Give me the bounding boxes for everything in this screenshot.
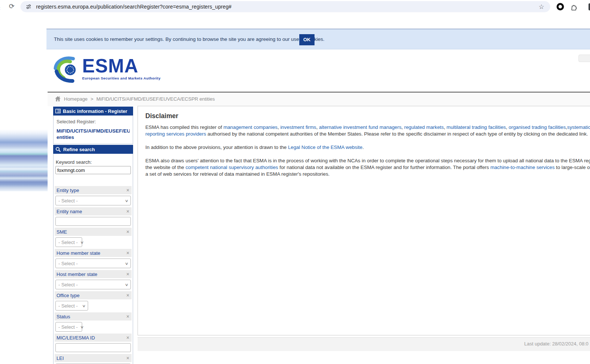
filter-header[interactable]: LEI×	[55, 354, 132, 362]
filter-clear-icon[interactable]: ×	[126, 229, 129, 234]
chevron-down-icon: ∨	[80, 240, 84, 244]
filter-clear-icon[interactable]: ×	[126, 272, 129, 277]
keyword-search-input[interactable]	[55, 166, 131, 174]
select-value: - Select -	[58, 282, 78, 287]
filter-body: - Select -∨	[54, 299, 133, 312]
filter-label: Entity name	[57, 209, 82, 214]
breadcrumb: Homepage > MiFID/UCITS/AIFMD/EUSEF/EUVEC…	[48, 92, 590, 106]
select-value: - Select -	[58, 240, 78, 245]
text-segment: to large-scale organisations, exposing	[555, 165, 590, 170]
disclaimer-link[interactable]: alternative investment fund managers	[319, 124, 402, 130]
filter-label: Host member state	[57, 272, 97, 277]
esma-logo[interactable]: ESMA European Securities and Markets Aut…	[52, 56, 161, 84]
url-bar[interactable]: registers.esma.europa.eu/publication/sea…	[20, 1, 550, 12]
disclaimer-link[interactable]: investment firms	[280, 124, 316, 130]
disclaimer-paragraphs: ESMA has compiled this register of manag…	[145, 124, 590, 178]
filter-label: Status	[57, 314, 70, 319]
text-segment: ,	[444, 124, 446, 130]
back-icon[interactable]: ‹	[0, 5, 0, 11]
cookie-text: This site uses cookies to remember your …	[54, 36, 325, 42]
window-edge-icon	[589, 3, 590, 10]
browser-toolbar: ‹ ⟳ registers.esma.europa.eu/publication…	[0, 0, 590, 14]
text-segment: ,	[278, 124, 280, 130]
filter-clear-icon[interactable]: ×	[126, 293, 129, 298]
sidebar: Basic information - Register Selected Re…	[53, 107, 133, 364]
filter-select[interactable]: - Select -∨	[55, 259, 131, 268]
selected-register-label: Selected Register:	[57, 119, 130, 124]
paragraph: In addition to the above provisions, you…	[145, 144, 590, 151]
filter-label: Office type	[57, 293, 80, 298]
disclaimer-link[interactable]: organised trading facilities	[509, 124, 566, 130]
disclaimer-link[interactable]: multilateral trading facilities	[446, 124, 506, 130]
filter-body: - Select -∨	[54, 257, 133, 269]
text-segment: ESMA also draws users' attention to the …	[145, 158, 590, 163]
paragraph: ESMA also draws users' attention to the …	[145, 157, 590, 178]
filter-group: Home member state×- Select -∨	[54, 249, 133, 269]
filter-header[interactable]: SME×	[55, 228, 132, 236]
select-value: - Select -	[58, 198, 78, 204]
text-segment: a set of web services for retrieval of d…	[145, 171, 329, 177]
text-segment: In addition to the above provisions, you…	[145, 144, 288, 150]
extensions-puzzle-icon[interactable]	[570, 3, 578, 12]
esma-logo-mark-icon	[52, 56, 81, 84]
refine-search-panel: Keyword search: Entity type×- Select -∨E…	[53, 154, 133, 364]
disclaimer-link[interactable]: regulated markets	[404, 124, 444, 130]
filter-clear-icon[interactable]: ×	[126, 335, 129, 340]
filter-header[interactable]: Entity name×	[55, 207, 132, 215]
basic-information-header: Basic information - Register	[53, 107, 133, 116]
filter-header[interactable]: Office type×	[55, 291, 132, 299]
filter-header[interactable]: Host member state×	[55, 270, 132, 278]
page: ‹ ⟳ registers.esma.europa.eu/publication…	[0, 0, 590, 364]
filter-clear-icon[interactable]: ×	[126, 209, 129, 214]
filter-header[interactable]: Home member state×	[55, 249, 132, 257]
filter-label: LEI	[57, 355, 64, 361]
disclaimer-link[interactable]: reporting services providers	[145, 131, 206, 137]
page-title: Disclaimer	[145, 112, 590, 120]
breadcrumb-separator: >	[91, 96, 94, 102]
reload-icon[interactable]: ⟳	[9, 2, 14, 10]
select-value: - Select -	[58, 303, 78, 309]
filter-select[interactable]: - Select -∨	[55, 237, 82, 247]
disclaimer-link[interactable]: management companies	[223, 124, 278, 130]
decorative-stripes	[0, 129, 48, 191]
bookmark-star-icon[interactable]: ☆	[539, 3, 544, 11]
filter-header[interactable]: Entity type×	[55, 186, 132, 194]
filter-input[interactable]	[55, 343, 131, 352]
filter-clear-icon[interactable]: ×	[126, 188, 129, 193]
url-input[interactable]: registers.esma.europa.eu/publication/sea…	[36, 4, 550, 10]
filter-body: - Select -∨	[54, 194, 133, 207]
refine-search-header: Refine search	[53, 145, 133, 154]
filter-group: Office type×- Select -∨	[54, 291, 133, 312]
disclaimer-link[interactable]: systematic internalisers	[567, 124, 590, 130]
filter-clear-icon[interactable]: ×	[126, 355, 129, 361]
selected-register-link[interactable]: MiFID/UCITS/AIFMD/EUSEF/EUVECA/ECSPR ent…	[57, 128, 130, 140]
filter-list: Entity type×- Select -∨Entity name×SME×-…	[54, 186, 133, 364]
disclaimer-panel: Disclaimer ESMA has compiled this regist…	[138, 106, 590, 335]
filter-header[interactable]: Status×	[55, 312, 132, 321]
filter-clear-icon[interactable]: ×	[126, 250, 129, 256]
home-icon[interactable]	[55, 96, 61, 102]
filter-body	[54, 362, 133, 364]
cut-off-widget[interactable]	[578, 55, 590, 62]
filter-select[interactable]: - Select -∨	[55, 196, 131, 205]
disclaimer-link[interactable]: competent national supervisory authoriti…	[186, 165, 278, 170]
disclaimer-link[interactable]: Legal Notice of the ESMA website	[288, 144, 362, 150]
filter-clear-icon[interactable]: ×	[126, 314, 129, 319]
logo-subtitle: European Securities and Markets Authorit…	[82, 76, 161, 80]
disclaimer-link[interactable]: machine-to-machine services	[490, 165, 555, 170]
filter-select[interactable]: - Select -∨	[55, 280, 131, 289]
filter-header[interactable]: MIC/LEI/ESMA ID×	[55, 334, 132, 342]
text-segment: for national data not available on the E…	[278, 165, 490, 170]
filter-select[interactable]: - Select -∨	[55, 301, 88, 311]
breadcrumb-home-link[interactable]: Homepage	[64, 96, 88, 102]
record-circle-icon[interactable]	[556, 3, 564, 12]
filter-body: - Select -∨	[54, 278, 133, 290]
text-segment: ,	[506, 124, 509, 130]
filter-select[interactable]: - Select -∨	[55, 322, 82, 332]
filter-input[interactable]	[55, 217, 131, 226]
site-info-icon[interactable]	[26, 4, 32, 10]
select-value: - Select -	[58, 261, 78, 266]
selected-register-panel: Selected Register: MiFID/UCITS/AIFMD/EUS…	[53, 116, 133, 144]
cookie-ok-button[interactable]: OK	[299, 34, 315, 45]
register-doc-icon	[55, 109, 61, 113]
